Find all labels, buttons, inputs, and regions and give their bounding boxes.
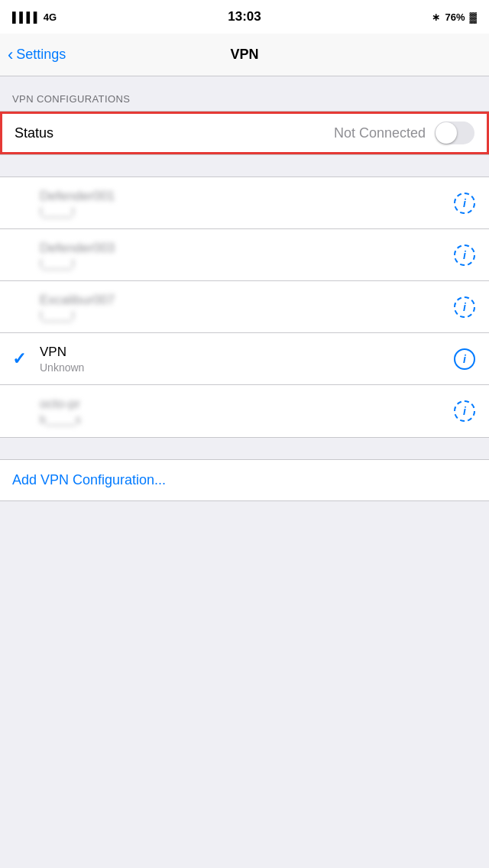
list-item[interactable]: Excalibur007 l_____l i — [0, 281, 489, 333]
list-item[interactable]: ✓ VPN Unknown i — [0, 333, 489, 385]
info-button[interactable]: i — [452, 399, 477, 423]
battery-icon: ▓ — [470, 11, 477, 23]
status-bar: ▌▌▌▌ 4G 13:03 ∗ 76% ▓ — [0, 0, 489, 34]
nav-bar: ‹ Settings VPN — [0, 34, 489, 76]
info-icon-dashed[interactable]: i — [454, 400, 475, 422]
page-title: VPN — [230, 47, 258, 63]
section-header: VPN CONFIGURATIONS — [0, 93, 489, 111]
back-label: Settings — [16, 47, 66, 63]
section-body: Status Not Connected — [0, 111, 489, 155]
info-button[interactable]: i — [452, 347, 477, 371]
vpn-name: Defender001 — [40, 189, 452, 204]
vpn-name: VPN — [40, 345, 452, 360]
vpn-sub: b_____s — [40, 413, 452, 426]
status-bar-right: ∗ 76% ▓ — [432, 11, 477, 23]
vpn-toggle[interactable] — [435, 121, 474, 144]
list-item[interactable]: Defender003 l_____l i — [0, 229, 489, 281]
info-icon-solid[interactable]: i — [454, 348, 475, 370]
vpn-list: Defender001 l_____l i Defender003 l_____… — [0, 177, 489, 438]
vpn-sub: l_____l — [40, 309, 452, 322]
info-button[interactable]: i — [452, 191, 477, 215]
status-bar-time: 13:03 — [228, 9, 261, 24]
info-icon-dashed[interactable]: i — [454, 296, 475, 318]
back-chevron-icon: ‹ — [8, 45, 13, 65]
vpn-name: Excalibur007 — [40, 293, 452, 308]
add-vpn-button[interactable]: Add VPN Configuration... — [0, 460, 489, 500]
check-mark: ✓ — [12, 349, 37, 369]
list-item[interactable]: Defender001 l_____l i — [0, 177, 489, 229]
status-row: Status Not Connected — [0, 112, 489, 154]
vpn-configurations-section: VPN CONFIGURATIONS Status Not Connected — [0, 93, 489, 155]
info-icon-dashed[interactable]: i — [454, 193, 475, 214]
battery-label: 76% — [445, 11, 465, 23]
status-value: Not Connected — [334, 125, 426, 141]
status-right: Not Connected — [334, 121, 474, 144]
vpn-item-info: Excalibur007 l_____l — [37, 293, 452, 322]
vpn-sub: l_____l — [40, 257, 452, 270]
info-button[interactable]: i — [452, 243, 477, 267]
vpn-name: Defender003 — [40, 241, 452, 256]
bluetooth-icon: ∗ — [432, 11, 440, 23]
vpn-item-info: Defender003 l_____l — [37, 241, 452, 270]
vpn-item-info: Defender001 l_____l — [37, 189, 452, 218]
toggle-knob — [436, 122, 457, 144]
info-icon-dashed[interactable]: i — [454, 245, 475, 266]
status-label: Status — [15, 125, 53, 141]
status-bar-left: ▌▌▌▌ 4G — [12, 11, 57, 23]
vpn-name: octo-pr — [40, 397, 452, 412]
list-item[interactable]: octo-pr b_____s i — [0, 385, 489, 437]
add-vpn-section: Add VPN Configuration... — [0, 459, 489, 501]
back-button[interactable]: ‹ Settings — [8, 45, 66, 65]
info-button[interactable]: i — [452, 295, 477, 319]
vpn-item-info: octo-pr b_____s — [37, 397, 452, 426]
vpn-item-info: VPN Unknown — [37, 345, 452, 374]
signal-icon: ▌▌▌▌ — [12, 11, 40, 23]
vpn-sub: l_____l — [40, 206, 452, 218]
vpn-sub: Unknown — [40, 361, 452, 374]
separator — [0, 155, 489, 177]
carrier-label: 4G — [44, 11, 57, 23]
